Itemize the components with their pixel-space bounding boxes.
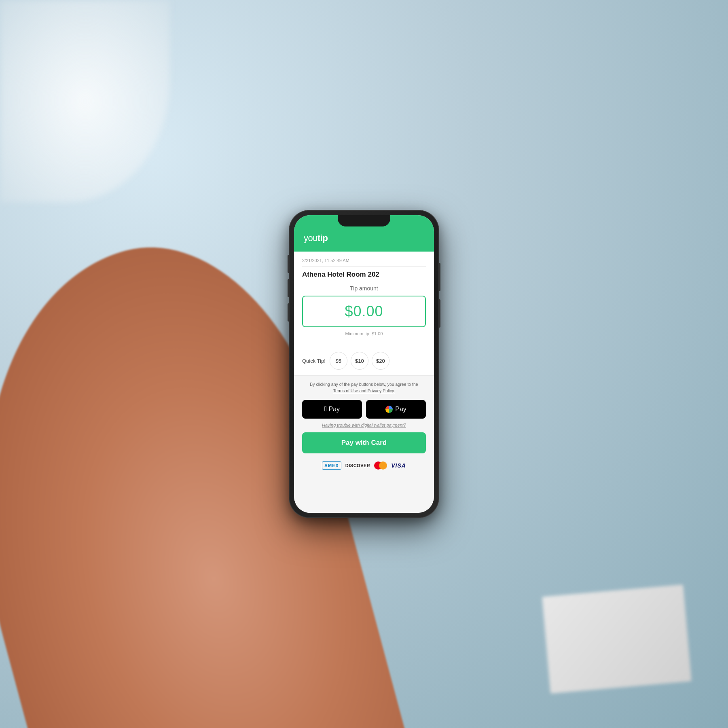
venue-name: Athena Hotel Room 202 (302, 271, 426, 279)
quick-tip-5[interactable]: $5 (330, 352, 347, 370)
google-pay-label: Pay (395, 406, 406, 413)
quick-tip-10[interactable]: $10 (351, 352, 368, 370)
tip-label: Tip amount (302, 285, 426, 292)
pay-with-card-button[interactable]: Pay with Card (302, 432, 426, 453)
quick-tip-buttons: $5 $10 $20 (330, 352, 389, 370)
terms-link[interactable]: Terms of Use and Privacy Policy. (333, 388, 395, 393)
google-pay-button[interactable]: Pay (366, 400, 426, 419)
separator-line (302, 266, 426, 267)
phone-screen: youtip 2/21/2021, 11:52:49 AM Athena Hot… (294, 215, 434, 513)
terms-prefix: By clicking any of the pay buttons below… (310, 382, 418, 387)
quick-tip-section: Quick Tip! $5 $10 $20 (294, 346, 434, 376)
timestamp: 2/21/2021, 11:52:49 AM (302, 258, 426, 263)
mastercard-right-circle (379, 461, 387, 470)
wallet-buttons:  Pay Pay (302, 400, 426, 419)
app-content: 2/21/2021, 11:52:49 AM Athena Hotel Room… (294, 252, 434, 513)
amex-logo: AMEX (322, 461, 341, 470)
phone-frame: youtip 2/21/2021, 11:52:49 AM Athena Hot… (289, 210, 439, 518)
quick-tip-label: Quick Tip! (302, 358, 326, 364)
apple-pay-button[interactable]:  Pay (302, 400, 362, 419)
background-book (542, 584, 692, 694)
digital-wallet-trouble[interactable]: Having trouble with digital wallet payme… (302, 423, 426, 427)
payment-section: By clicking any of the pay buttons below… (294, 376, 434, 475)
logo-you: you (304, 233, 317, 243)
apple-pay-label: Pay (329, 406, 340, 413)
terms-text: By clicking any of the pay buttons below… (302, 381, 426, 394)
minimum-tip: Minimum tip: $1.00 (302, 331, 426, 336)
google-g-icon (385, 406, 393, 413)
card-section: 2/21/2021, 11:52:49 AM Athena Hotel Room… (294, 252, 434, 346)
phone-notch (338, 215, 390, 226)
logo-tip: tip (317, 233, 328, 243)
tip-amount-box: $0.00 (302, 296, 426, 327)
card-brands: AMEX DISCOVER VISA (302, 461, 426, 470)
phone-wrapper: youtip 2/21/2021, 11:52:49 AM Athena Hot… (289, 210, 439, 518)
app-logo: youtip (304, 233, 424, 243)
tip-amount-value: $0.00 (309, 303, 419, 320)
quick-tip-20[interactable]: $20 (372, 352, 389, 370)
apple-icon:  (324, 405, 327, 413)
mastercard-logo (374, 461, 387, 470)
visa-logo: VISA (391, 462, 406, 469)
discover-logo: DISCOVER (345, 463, 370, 468)
